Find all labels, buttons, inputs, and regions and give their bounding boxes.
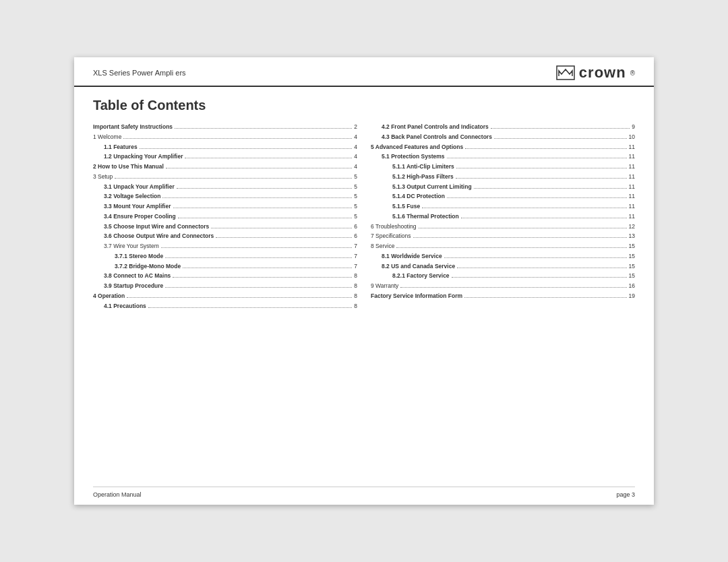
toc-dots — [162, 197, 352, 198]
toc-label: 7 Specifications — [371, 232, 411, 241]
toc-entry: 8 Service15 — [371, 242, 635, 251]
toc-entry: 5.1.2 High-Pass Filters11 — [371, 173, 635, 181]
toc-dots — [456, 178, 627, 179]
toc-dots — [161, 247, 353, 248]
toc-entry: 5 Advanced Features and Options11 — [371, 143, 635, 152]
toc-page: 7 — [354, 252, 357, 261]
toc-page: 5 — [354, 202, 357, 211]
toc-entry: 3.6 Choose Output Wire and Connectors6 — [93, 232, 357, 241]
toc-page: 7 — [354, 242, 357, 251]
toc-label: 1.1 Features — [104, 143, 138, 152]
toc-page: 15 — [629, 242, 635, 251]
footer-left: Operation Manual — [93, 491, 142, 498]
toc-entry: 3.7.2 Bridge-Mono Mode7 — [93, 262, 357, 271]
toc-dots — [465, 148, 626, 149]
toc-label: 9 Warranty — [371, 282, 398, 290]
footer-right: page 3 — [616, 491, 635, 498]
toc-label: 5.1.2 High-Pass Filters — [392, 173, 454, 181]
toc-dots — [178, 218, 353, 218]
logo-r: ® — [630, 69, 635, 77]
toc-entry: 5.1.4 DC Protection11 — [371, 192, 635, 201]
toc-label: Factory Service Information Form — [371, 292, 462, 301]
toc-dots — [457, 268, 626, 268]
toc-dots — [396, 247, 626, 248]
toc-dots — [444, 257, 627, 258]
toc-page: 11 — [629, 152, 635, 161]
toc-page: 7 — [354, 262, 357, 271]
toc-page: 15 — [629, 272, 635, 280]
toc-dots — [491, 128, 630, 129]
toc-entry: 3.4 Ensure Proper Cooling5 — [93, 212, 357, 221]
toc-entry: 3.5 Choose Input Wire and Connectors6 — [93, 222, 357, 231]
toc-page: 4 — [354, 152, 357, 161]
toc-dots — [464, 297, 626, 298]
toc-label: 3 Setup — [93, 173, 113, 181]
toc-label: 3.4 Ensure Proper Cooling — [104, 212, 176, 221]
toc-label: Important Safety Instructions — [93, 123, 173, 131]
toc-label: 5.1 Protection Systems — [382, 152, 445, 161]
toc-dots — [115, 178, 352, 179]
toc-container: Important Safety Instructions21 Welcome4… — [93, 123, 635, 311]
toc-page: 8 — [354, 272, 357, 280]
toc-entry: 5.1.1 Anti-Clip Limiters11 — [371, 162, 635, 171]
toc-entry: 4 Operation8 — [93, 292, 357, 301]
toc-dots — [185, 158, 352, 158]
toc-page: 10 — [629, 133, 635, 142]
toc-label: 5.1.6 Thermal Protection — [392, 212, 459, 221]
toc-entry: 1.2 Unpacking Your Amplifier4 — [93, 152, 357, 161]
toc-page: 11 — [629, 212, 635, 221]
toc-entry: 8.1 Worldwide Service15 — [371, 252, 635, 261]
toc-page: 4 — [354, 133, 357, 142]
toc-page: 5 — [354, 173, 357, 181]
toc-label: 3.2 Voltage Selection — [104, 192, 160, 201]
toc-dots — [173, 208, 353, 208]
toc-entry: 5.1.3 Output Current Limiting11 — [371, 183, 635, 191]
toc-label: 5.1.3 Output Current Limiting — [392, 183, 472, 191]
toc-entry: 5.1.6 Thermal Protection11 — [371, 212, 635, 221]
toc-dots — [494, 138, 627, 139]
toc-dots — [413, 237, 627, 238]
toc-entry: Factory Service Information Form19 — [371, 292, 635, 301]
toc-dots — [166, 168, 352, 168]
toc-page: 11 — [629, 202, 635, 211]
toc-entry: 3.7 Wire Your System7 — [93, 242, 357, 251]
toc-entry: 1 Welcome4 — [93, 133, 357, 142]
toc-page: 13 — [629, 232, 635, 241]
toc-entry: 1.1 Features4 — [93, 143, 357, 152]
toc-label: 5.1.5 Fuse — [392, 202, 420, 211]
toc-page: 11 — [629, 173, 635, 181]
toc-dots — [474, 188, 627, 189]
toc-entry: 6 Troubleshooting12 — [371, 222, 635, 231]
toc-page: 4 — [354, 143, 357, 152]
page-footer: Operation Manual page 3 — [93, 487, 635, 498]
toc-page: 12 — [629, 222, 635, 231]
toc-dots — [456, 168, 627, 168]
toc-label: 4.3 Back Panel Controls and Connectors — [382, 133, 492, 142]
toc-dots — [123, 138, 352, 139]
toc-dots — [461, 218, 627, 218]
toc-label: 8.2.1 Factory Service — [392, 272, 450, 280]
toc-entry: 3.9 Startup Procedure8 — [93, 282, 357, 290]
toc-page: 8 — [354, 292, 357, 301]
toc-dots — [183, 268, 352, 268]
toc-page: 11 — [629, 192, 635, 201]
toc-label: 6 Troubleshooting — [371, 222, 417, 231]
toc-label: 4.2 Front Panel Controls and Indicators — [382, 123, 489, 131]
toc-label: 3.1 Unpack Your Amplifier — [104, 183, 175, 191]
toc-page: 11 — [629, 162, 635, 171]
toc-entry: 4.2 Front Panel Controls and Indicators9 — [371, 123, 635, 131]
toc-label: 3.6 Choose Output Wire and Connectors — [104, 232, 214, 241]
toc-left-col: Important Safety Instructions21 Welcome4… — [93, 123, 371, 311]
toc-dots — [422, 208, 626, 208]
page: XLS Series Power Ampli ers crown® Table … — [74, 57, 654, 505]
toc-label: 3.5 Choose Input Wire and Connectors — [104, 222, 209, 231]
toc-page: 11 — [629, 183, 635, 191]
toc-dots — [216, 237, 352, 238]
toc-entry: 4.3 Back Panel Controls and Connectors10 — [371, 133, 635, 142]
toc-dots — [127, 297, 352, 298]
toc-dots — [165, 287, 352, 288]
page-header: XLS Series Power Ampli ers crown® — [74, 57, 654, 87]
svg-rect-0 — [557, 66, 574, 80]
toc-page: 4 — [354, 162, 357, 171]
toc-entry: 7 Specifications13 — [371, 232, 635, 241]
